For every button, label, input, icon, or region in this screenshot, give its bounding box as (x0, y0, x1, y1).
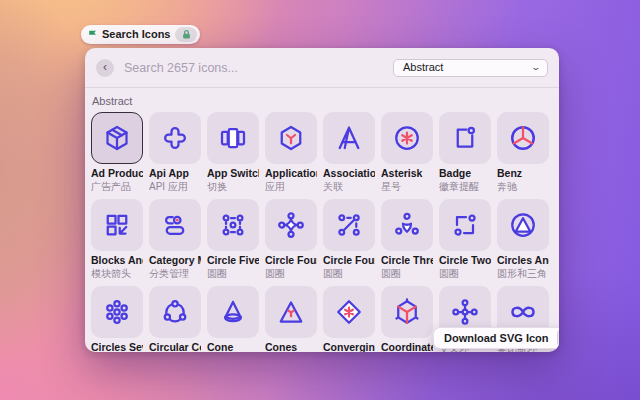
circle-four-line-icon (334, 210, 364, 240)
icon-tile-circle-three[interactable] (381, 199, 433, 251)
application-icon (276, 123, 306, 153)
icon-cell-circles-and-triangles: Circles And...圆形和三角 (497, 199, 549, 280)
icon-label-en: Coordinate... (381, 341, 433, 352)
blocks-and-arrows-icon (102, 210, 132, 240)
category-management-icon (160, 210, 190, 240)
icon-tile-api-app[interactable] (149, 112, 201, 164)
icon-search-window: ‹ Abstract ⌄ Abstract Ad Product广告产品Api … (85, 48, 559, 352)
icon-tile-coordinate-system[interactable] (381, 286, 433, 338)
lock-icon (181, 29, 192, 40)
icon-label-en: Category M... (149, 254, 201, 266)
search-input[interactable] (124, 61, 393, 75)
icon-tile-circles-seven[interactable] (91, 286, 143, 338)
circle-two-line-icon (450, 210, 480, 240)
action-key-badge: >_ (557, 330, 559, 346)
icon-label-zh: API 应用 (149, 181, 201, 193)
results-area: Abstract Ad Product广告产品Api AppAPI 应用App … (85, 88, 559, 352)
icon-label-zh: 圆形和三角 (497, 268, 549, 280)
icon-cell-converging-gateway: Converging...汇聚网关 (323, 286, 375, 352)
icon-tile-ad-product[interactable] (91, 112, 143, 164)
icon-label-en: App Switch (207, 167, 259, 179)
cross-ring-icon (450, 297, 480, 327)
api-app-icon (160, 123, 190, 153)
icon-label-zh: 奔驰 (497, 181, 549, 193)
app-switch-icon (218, 123, 248, 153)
icon-label-zh: 圆圈 (323, 268, 375, 280)
icon-label-en: Circle Four... (323, 254, 375, 266)
icon-cell-app-switch: App Switch切换 (207, 112, 259, 193)
icon-cell-ad-product: Ad Product广告产品 (91, 112, 143, 193)
benz-icon (508, 123, 538, 153)
icon-label-en: Application... (265, 167, 317, 179)
icon-tile-circle-five-line[interactable] (207, 199, 259, 251)
circular-connection-icon (160, 297, 190, 327)
icon-cell-coordinate-system: Coordinate...坐标系统 (381, 286, 433, 352)
association-icon (334, 123, 364, 153)
cones-icon (276, 297, 306, 327)
ad-product-icon (102, 123, 132, 153)
category-dropdown-value: Abstract (403, 62, 443, 73)
icon-tile-badge[interactable] (439, 112, 491, 164)
icon-cell-circular-connection: Circular Con...圆形连接 (149, 286, 201, 352)
icon-label-zh: 圆圈 (381, 268, 433, 280)
icon-label-zh: 圆圈 (265, 268, 317, 280)
icon-label-en: Circle Five L... (207, 254, 259, 266)
icon-cell-blocks-and-arrows: Blocks And...模块箭头 (91, 199, 143, 280)
icon-label-zh: 应用 (265, 181, 317, 193)
search-icons-command-badge[interactable]: Search Icons (81, 25, 200, 44)
icon-tile-benz[interactable] (497, 112, 549, 164)
icon-tile-association[interactable] (323, 112, 375, 164)
download-svg-action[interactable]: Download SVG Icon >_ (433, 327, 559, 349)
icon-label-en: Circle Two L... (439, 254, 491, 266)
icon-tile-cones[interactable] (265, 286, 317, 338)
icon-label-zh: 关联 (323, 181, 375, 193)
icon-label-en: Circles And... (497, 254, 549, 266)
icon-label-en: Api App (149, 167, 201, 179)
icon-label-en: Circle Three (381, 254, 433, 266)
icon-label-en: Badge (439, 167, 491, 179)
circle-three-icon (392, 210, 422, 240)
icon-label-zh: 圆圈 (439, 268, 491, 280)
icon-grid: Ad Product广告产品Api AppAPI 应用App Switch切换A… (91, 112, 549, 352)
icon-cell-asterisk: Asterisk星号 (381, 112, 433, 193)
mobius-ring-icon (508, 297, 538, 327)
desktop-background: { "window_badge": { "label": "Search Ico… (0, 0, 640, 400)
icon-tile-cone[interactable] (207, 286, 259, 338)
icon-cell-circle-four-line: Circle Four...圆圈 (323, 199, 375, 280)
icon-tile-app-switch[interactable] (207, 112, 259, 164)
icon-label-en: Circles Seven (91, 341, 143, 352)
download-svg-label: Download SVG Icon (444, 333, 549, 344)
lock-pill (175, 27, 197, 42)
command-badge-label: Search Icons (102, 29, 170, 40)
icon-cell-category-management: Category M...分类管理 (149, 199, 201, 280)
icon-tile-circle-four[interactable] (265, 199, 317, 251)
icon-cell-cones: Cones坐标系 (265, 286, 317, 352)
icon-label-zh: 模块箭头 (91, 268, 143, 280)
asterisk-icon (392, 123, 422, 153)
icon-tile-converging-gateway[interactable] (323, 286, 375, 338)
chevron-down-icon: ⌄ (531, 63, 542, 72)
icon-cell-cone: Cone圆锥 (207, 286, 259, 352)
icon-label-en: Cones (265, 341, 317, 352)
icon-tile-asterisk[interactable] (381, 112, 433, 164)
cone-icon (218, 297, 248, 327)
icon-cell-application: Application...应用 (265, 112, 317, 193)
badge-icon (450, 123, 480, 153)
icon-cell-circle-three: Circle Three圆圈 (381, 199, 433, 280)
category-dropdown[interactable]: Abstract ⌄ (393, 59, 548, 77)
icon-tile-blocks-and-arrows[interactable] (91, 199, 143, 251)
icon-tile-category-management[interactable] (149, 199, 201, 251)
icon-cell-api-app: Api AppAPI 应用 (149, 112, 201, 193)
icon-tile-application[interactable] (265, 112, 317, 164)
icon-tile-circular-connection[interactable] (149, 286, 201, 338)
icon-tile-circle-four-line[interactable] (323, 199, 375, 251)
icon-cell-association: Association关联 (323, 112, 375, 193)
icon-label-en: Circle Four (265, 254, 317, 266)
icon-label-en: Ad Product (91, 167, 143, 179)
icon-cell-badge: Badge徽章提醒 (439, 112, 491, 193)
back-button[interactable]: ‹ (96, 59, 114, 77)
icon-label-en: Benz (497, 167, 549, 179)
icon-tile-circle-two-line[interactable] (439, 199, 491, 251)
section-title: Abstract (92, 95, 559, 107)
icon-tile-circles-and-triangles[interactable] (497, 199, 549, 251)
